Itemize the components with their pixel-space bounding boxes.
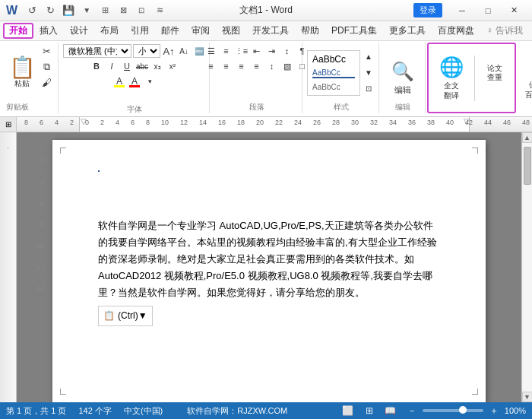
menu-home[interactable]: 开始 [3, 23, 33, 39]
left-indent-marker[interactable]: ▽ [81, 117, 87, 125]
sort-button[interactable]: ↕ [280, 44, 294, 58]
italic-button[interactable]: I [105, 59, 119, 73]
menu-more[interactable]: 更多工具 [383, 23, 432, 39]
title-bar-right: 登录 ─ □ ✕ [413, 3, 526, 18]
clipboard-label: 剪贴板 [6, 102, 29, 113]
font-size-select[interactable]: 小五 9 [133, 44, 160, 58]
menu-share[interactable]: ♂ 共享 [529, 23, 532, 39]
close-button[interactable]: ✕ [502, 3, 526, 18]
menu-references[interactable]: 引用 [125, 23, 155, 39]
full-text-translate-button[interactable]: 🌐 全文 翻译 [432, 52, 471, 104]
menu-baidu[interactable]: 百度网盘 [432, 23, 480, 39]
paste-popup-icon: 📋 [103, 308, 115, 323]
font-decrease-button[interactable]: A↓ [177, 44, 191, 58]
menu-insert[interactable]: 插入 [33, 23, 64, 39]
menu-review[interactable]: 审阅 [185, 23, 216, 39]
qa-icon1[interactable]: ⊞ [98, 4, 112, 17]
minimize-button[interactable]: ─ [450, 3, 474, 18]
paper-check-button[interactable]: 论文 查重 [478, 62, 511, 84]
styles-more-button[interactable]: ⊡ [362, 82, 375, 96]
strikethrough-button[interactable]: abc [135, 59, 149, 73]
qa-more[interactable]: ⊡ [135, 4, 148, 17]
scroll-thumb[interactable] [524, 147, 531, 185]
document-paragraph[interactable]: 软件自学网是一个专业学习 AutoCAD,UG,Pro/E,PS,天正建筑等各类… [98, 217, 440, 301]
view-read-button[interactable]: 📖 [383, 405, 398, 417]
format-painter-button[interactable]: 🖌 [38, 75, 55, 89]
paste-button[interactable]: 📋 粘贴 [6, 44, 38, 101]
menu-layout[interactable]: 布局 [94, 23, 125, 39]
status-right: ⬜ ⊞ 📖 － ＋ 100% [340, 405, 526, 417]
login-button[interactable]: 登录 [413, 3, 442, 17]
align-left-button[interactable]: ≡ [204, 59, 218, 73]
qa-icon3[interactable]: ≋ [153, 4, 166, 17]
ruler-area: ⊞ 8 6 4 2 0 2 4 6 8 10 12 14 16 18 20 22… [0, 117, 532, 132]
ruler-label: 40 [446, 119, 454, 126]
superscript-button[interactable]: x² [166, 59, 179, 73]
save-group: ☁ 保存到 百度网盘 保存 [518, 43, 532, 113]
align-right-button[interactable]: ≡ [235, 59, 249, 73]
menu-design[interactable]: 设计 [64, 23, 94, 39]
font-name-select[interactable]: 微软雅黑 (中文正文) [63, 44, 131, 58]
font-more-button[interactable]: ▾ [143, 75, 157, 88]
status-lang: 中文(中国) [124, 405, 163, 417]
bold-button[interactable]: B [90, 59, 103, 73]
menu-pdf[interactable]: PDF工具集 [325, 23, 383, 39]
indent-button[interactable]: ⇥ [265, 44, 279, 58]
outdent-button[interactable]: ⇤ [250, 44, 264, 58]
view-print-button[interactable]: ⬜ [340, 405, 356, 417]
ruler-corner[interactable]: ⊞ [0, 117, 17, 132]
justify-button[interactable]: ≡ [250, 59, 264, 73]
subscript-button[interactable]: x₂ [150, 59, 164, 73]
bullets-button[interactable]: ☰ [204, 44, 218, 58]
zoom-slider[interactable] [423, 409, 483, 412]
quick-access-more[interactable]: ▼ [80, 4, 93, 17]
save-baidu-button[interactable]: ☁ 保存到 百度网盘 [521, 52, 532, 104]
status-bar: 第 1 页，共 1 页 142 个字 中文(中国) 软件自学网：RJZXW.CO… [0, 402, 532, 419]
line-spacing-button[interactable]: ↕ [265, 59, 279, 73]
cut-button[interactable]: ✂ [38, 44, 55, 58]
qa-icon2[interactable]: ⊠ [116, 4, 130, 17]
scroll-down-button[interactable]: ▼ [522, 392, 533, 402]
underline-button[interactable]: U [120, 59, 134, 73]
scroll-up-button[interactable]: ▲ [522, 132, 533, 143]
scroll-track[interactable] [523, 143, 532, 392]
zoom-in-button[interactable]: ＋ [486, 405, 502, 417]
copy-button[interactable]: ⧉ [38, 60, 55, 74]
view-web-button[interactable]: ⊞ [362, 405, 377, 417]
font-row3: A A ▾ [112, 75, 157, 88]
menu-view[interactable]: 视图 [216, 23, 246, 39]
restore-button[interactable]: □ [476, 3, 500, 18]
document-page[interactable]: 软件自学网是一个专业学习 AutoCAD,UG,Pro/E,PS,天正建筑等各类… [52, 140, 486, 402]
paste-popup[interactable]: 📋 (Ctrl)▼ [98, 306, 153, 325]
zoom-bar: － ＋ 100% [404, 405, 526, 417]
right-indent-marker[interactable]: ▽ [464, 117, 470, 125]
title-center: 文档1 - Word [239, 4, 293, 17]
translate-icon: 🌐 [439, 56, 464, 79]
shading-button[interactable]: ▧ [280, 59, 294, 73]
font-increase-button[interactable]: A↑ [162, 44, 176, 58]
styles-up-button[interactable]: ▲ [362, 50, 375, 64]
menu-mailing[interactable]: 邮件 [155, 23, 185, 39]
vruler-num: · [5, 148, 12, 150]
ruler-label: 2 [100, 119, 104, 126]
undo-button[interactable]: ↺ [25, 4, 39, 17]
edit-button[interactable]: 🔍 编辑 [384, 54, 422, 103]
menu-help[interactable]: 帮助 [295, 23, 325, 39]
align-center-button[interactable]: ≡ [220, 59, 233, 73]
styles-down-button[interactable]: ▼ [362, 66, 375, 80]
numbering-button[interactable]: ≡ [220, 44, 233, 58]
vertical-scrollbar[interactable]: ▲ ▼ [521, 132, 532, 402]
page-content[interactable]: 软件自学网是一个专业学习 AutoCAD,UG,Pro/E,PS,天正建筑等各类… [98, 217, 440, 326]
menu-tell[interactable]: ♀ 告诉我 [480, 23, 529, 39]
doc-area[interactable]: · 2 4 6 8 10 12 14 软件自学网是一个专业学习 AutoCAD,… [17, 132, 521, 402]
zoom-out-button[interactable]: － [404, 405, 420, 417]
ruler-label: 18 [237, 119, 245, 126]
zoom-thumb[interactable] [459, 406, 467, 414]
text-highlight-button[interactable]: A [112, 75, 126, 88]
redo-button[interactable]: ↻ [43, 4, 57, 17]
save-quick-button[interactable]: 💾 [62, 4, 75, 17]
font-color-button[interactable]: A [128, 75, 141, 88]
styles-gallery[interactable]: AaBbCc AaBbCc AaBbCc [307, 50, 360, 96]
menu-dev[interactable]: 开发工具 [246, 23, 295, 39]
outline-button[interactable]: ⋮≡ [235, 44, 249, 58]
